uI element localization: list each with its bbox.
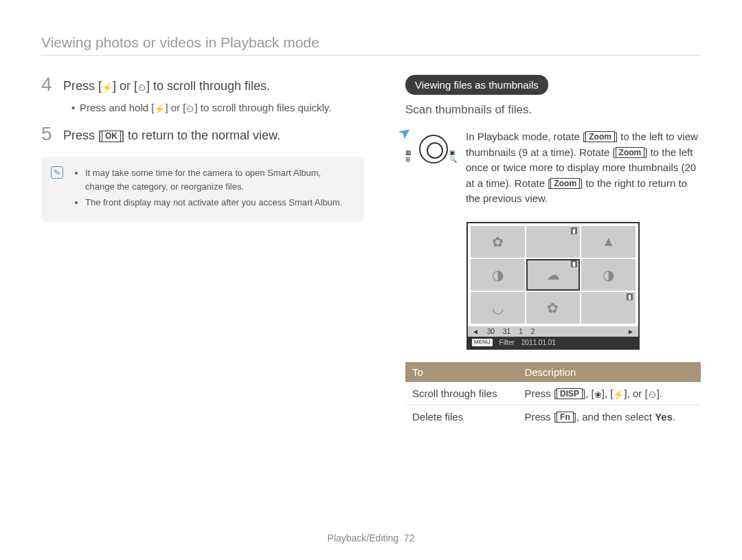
text: Press [ (63, 128, 102, 142)
text: . (673, 411, 675, 423)
flash-left-icon: ⚡ (102, 83, 113, 92)
column-header-description: Description (517, 362, 701, 382)
knob-right-glyphs: ▣ 🔍 (449, 150, 457, 164)
zoom-label: Zoom (585, 131, 615, 142)
column-header-to: To (405, 362, 517, 382)
note-item: It may take some time for the camera to … (85, 166, 352, 193)
text: ] or [ (165, 102, 186, 113)
date-label: 2011.01.01 (521, 339, 556, 346)
zoom-instruction-row: ➤ ▦ ⊞ ▣ 🔍 In Playback mode, rotate [Zoom… (405, 129, 701, 207)
day-number: 31 (503, 328, 510, 335)
footer-page-number: 72 (404, 533, 415, 544)
table-row: Scroll through files Press [DISP], [❀], … (405, 382, 701, 405)
note-icon: ✎ (51, 166, 63, 179)
text: In Playback mode, rotate [ (466, 131, 585, 142)
text: ], [ (602, 388, 614, 399)
day-number: 1 (519, 328, 523, 335)
right-column: Viewing files as thumbnails Scan thumbna… (405, 75, 701, 428)
action-description: Press [Fn], and then select Yes. (517, 405, 701, 428)
note-box: ✎ It may take some time for the camera t… (41, 157, 364, 222)
text: ]. (657, 388, 662, 399)
thumb-cell: ✿ (471, 226, 525, 258)
thumb-cell: ◑ (581, 259, 636, 291)
action-name: Delete files (405, 405, 517, 428)
flash-left-icon: ⚡ (613, 390, 624, 399)
text: ], or [ (624, 388, 647, 399)
text: ], and then select (574, 411, 655, 423)
zoom-description: In Playback mode, rotate [Zoom] to the l… (466, 129, 701, 207)
timer-right-icon: ⏲ (137, 83, 146, 92)
step-number: 4 (41, 75, 56, 95)
page-section-title: Viewing photos or videos in Playback mod… (41, 34, 701, 56)
flash-left-icon: ⚡ (154, 104, 165, 113)
page-footer: Playback/Editing 72 (0, 533, 742, 544)
yes-label: Yes (655, 411, 673, 423)
text: Press [ (524, 388, 556, 399)
text: ] or [ (113, 79, 137, 93)
step-4-substep: Press and hold [⚡] or [⏲] to scroll thro… (71, 102, 364, 113)
arrow-left-icon: ◄ (472, 328, 479, 335)
thumb-cell-selected: ▮☁ (526, 259, 581, 291)
step-text: Press [OK] to return to the normal view. (63, 124, 280, 144)
thumbnail-date-bar: ◄ 30 31 1 2 ► (468, 326, 638, 337)
step-number: 5 (41, 124, 56, 144)
thumb-cell: ▲ (581, 226, 636, 258)
text: Press [ (63, 79, 102, 93)
footer-section: Playback/Editing (328, 533, 399, 544)
text: Press [ (524, 411, 556, 423)
magnifier-icon: 🔍 (449, 157, 457, 164)
ok-button-label: OK (102, 131, 121, 142)
thumb-cell: ◑ (471, 259, 525, 291)
step-4: 4 Press [⚡] or [⏲] to scroll through fil… (41, 75, 364, 95)
thumbnail-grid-icon: ⊞ (405, 157, 412, 164)
day-number: 30 (487, 328, 495, 335)
action-description: Press [DISP], [❀], [⚡], or [⏲]. (517, 382, 701, 405)
subsection-subtitle: Scan thumbnails of files. (405, 103, 701, 117)
disp-button-label: DISP (556, 388, 583, 399)
menu-button-label: MENU (472, 339, 493, 346)
note-item: The front display may not activate after… (85, 196, 352, 210)
timer-right-icon: ⏲ (648, 390, 657, 399)
text: ] to return to the normal view. (121, 128, 280, 142)
filter-label: Filter (499, 339, 515, 346)
table-row: Delete files Press [Fn], and then select… (405, 405, 701, 428)
thumb-cell: ▮ (526, 226, 581, 258)
thumb-cell: ▮ (581, 292, 636, 324)
action-name: Scroll through files (405, 382, 517, 405)
step-5: 5 Press [OK] to return to the normal vie… (41, 124, 364, 144)
arrow-right-icon: ► (627, 328, 634, 335)
knob-left-glyphs: ▦ ⊞ (405, 150, 412, 164)
subsection-heading: Viewing files as thumbnails (405, 75, 548, 95)
thumbnail-screen-illustration: ✿ ▮ ▲ ◑ ▮☁ ◑ ◡ ✿ ▮ ◄ 30 31 1 2 ► MENU Fi… (466, 222, 640, 350)
text: ], [ (583, 388, 594, 399)
zoom-knob-icon: ➤ ▦ ⊞ ▣ 🔍 (405, 129, 453, 181)
fn-button-label: Fn (556, 412, 574, 423)
day-number: 2 (531, 328, 535, 335)
rotate-arrow-icon: ➤ (394, 122, 415, 144)
zoom-label: Zoom (616, 147, 645, 158)
thumb-cell: ✿ (526, 292, 581, 324)
step-text: Press [⚡] or [⏲] to scroll through files… (63, 75, 270, 95)
timer-right-icon: ⏲ (186, 104, 194, 113)
macro-icon: ❀ (594, 390, 602, 399)
thumbnail-menu-bar: MENU Filter 2011.01.01 (468, 337, 638, 348)
text: Press and hold [ (80, 102, 154, 113)
text: ] to scroll through files. (146, 79, 270, 93)
left-column: 4 Press [⚡] or [⏲] to scroll through fil… (41, 75, 364, 428)
zoom-label: Zoom (550, 178, 580, 189)
zoom-knob (419, 135, 448, 164)
thumb-cell: ◡ (471, 292, 525, 324)
text: ] to scroll through files quickly. (194, 102, 331, 113)
actions-table: To Description Scroll through files Pres… (405, 362, 701, 429)
